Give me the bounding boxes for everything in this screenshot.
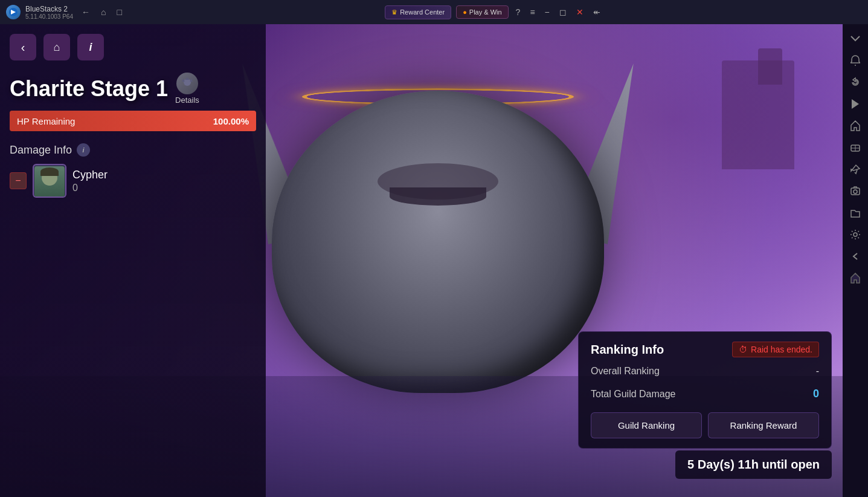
ranking-panel-title: Ranking Info (591, 343, 664, 357)
restore-icon[interactable]: ◻ (557, 6, 569, 18)
timer-banner: 5 Day(s) 11h until open (675, 450, 832, 479)
sidebar-notification-icon[interactable] (846, 51, 865, 70)
overall-ranking-row: Overall Ranking - (591, 366, 819, 382)
sidebar-play-icon[interactable] (846, 94, 865, 114)
timer-text: 5 Day(s) 11h until open (687, 458, 820, 471)
back-arrow-icon: ‹ (21, 41, 25, 54)
remove-player-button[interactable]: − (10, 172, 27, 189)
overall-ranking-label: Overall Ranking (591, 366, 660, 377)
details-icon (176, 73, 198, 94)
top-navigation: ‹ ⌂ i (10, 34, 256, 60)
player-info: Cypher 0 (72, 169, 256, 193)
sidebar-home-icon[interactable] (846, 116, 865, 135)
raid-ended-badge: ⏱ Raid has ended. (732, 342, 819, 357)
bluestacks-topbar: BlueStacks 2 5.11.40.1003 P64 ← ⌂ □ ♛ Re… (0, 0, 868, 24)
damage-info-title: Damage Info (10, 144, 72, 157)
left-panel: ‹ ⌂ i Charite Stage 1 De (0, 24, 266, 497)
bs-left-section: BlueStacks 2 5.11.40.1003 P64 ← ⌂ □ (6, 5, 126, 20)
hp-bar: HP Remaining 100.00% (10, 111, 256, 131)
windows-nav-button[interactable]: □ (113, 6, 125, 18)
player-row: − Cypher 0 (10, 164, 256, 198)
sidebar-airplane-icon[interactable] (846, 160, 865, 179)
damage-info-icon[interactable]: i (77, 143, 90, 157)
crown-icon: ♛ (391, 8, 397, 16)
svg-point-12 (854, 233, 857, 236)
back-icon[interactable]: ↞ (591, 6, 603, 18)
player-name: Cypher (72, 169, 256, 181)
ranking-buttons: Guild Ranking Ranking Reward (591, 412, 819, 438)
stage-title-row: Charite Stage 1 Details (10, 73, 256, 105)
app-name: BlueStacks 2 5.11.40.1003 P64 (25, 5, 73, 20)
home-nav-button[interactable]: ⌂ (97, 6, 109, 18)
info-button[interactable]: i (77, 34, 104, 60)
sidebar-folder-icon[interactable] (846, 203, 865, 223)
home-icon: ⌂ (54, 41, 60, 54)
player-damage: 0 (72, 183, 256, 193)
total-guild-damage-label: Total Guild Damage (591, 389, 676, 400)
right-sidebar (843, 24, 868, 497)
coin-icon: ● (463, 8, 467, 16)
reward-center-button[interactable]: ♛ Reward Center (385, 5, 451, 19)
bs-center-section: ♛ Reward Center ● Play & Win ? ≡ − ◻ ✕ ↞ (385, 5, 603, 19)
ranking-header: Ranking Info ⏱ Raid has ended. (591, 342, 819, 357)
raid-ended-text: Raid has ended. (751, 345, 812, 354)
raid-timer-icon: ⏱ (739, 345, 747, 354)
minimize-icon[interactable]: − (542, 6, 552, 18)
stage-section: Charite Stage 1 Details HP Remaining 100 (10, 73, 256, 131)
svg-marker-3 (185, 77, 190, 80)
stage-title: Charite Stage 1 (10, 76, 168, 102)
damage-info-header: Damage Info i (10, 143, 256, 157)
details-button[interactable]: Details (175, 73, 199, 105)
ranking-reward-button[interactable]: Ranking Reward (708, 412, 819, 438)
back-button[interactable]: ‹ (10, 34, 36, 60)
boss-body (272, 91, 604, 393)
sidebar-expand-icon[interactable] (846, 29, 865, 48)
close-icon[interactable]: ✕ (574, 6, 586, 18)
sidebar-game-icon[interactable] (846, 138, 865, 157)
minus-icon: − (15, 175, 21, 186)
menu-icon[interactable]: ≡ (527, 6, 537, 18)
back-nav-button[interactable]: ← (78, 6, 94, 18)
window-nav-buttons: ← ⌂ □ (78, 6, 126, 18)
bluestacks-logo (6, 5, 21, 19)
info-circle-icon: i (89, 41, 92, 54)
help-icon[interactable]: ? (513, 6, 523, 18)
details-label: Details (175, 96, 199, 105)
sidebar-settings-icon[interactable] (846, 225, 865, 244)
player-avatar (33, 164, 66, 198)
guild-ranking-button[interactable]: Guild Ranking (591, 412, 702, 438)
total-guild-damage-value: 0 (813, 388, 819, 400)
sidebar-arrow-left-icon[interactable] (846, 247, 865, 266)
ranking-panel: Ranking Info ⏱ Raid has ended. Overall R… (578, 331, 832, 449)
hp-label: HP Remaining (17, 116, 213, 126)
play-win-button[interactable]: ● Play & Win (456, 5, 508, 19)
home-button[interactable]: ⌂ (43, 34, 70, 60)
sidebar-bottom-home-icon[interactable] (846, 268, 865, 288)
total-guild-damage-row: Total Guild Damage 0 (591, 388, 819, 405)
damage-info-section: Damage Info i − Cypher 0 (10, 143, 256, 198)
sidebar-screenshot-icon[interactable] (846, 181, 865, 201)
svg-marker-6 (852, 99, 859, 109)
svg-point-11 (854, 190, 857, 193)
sidebar-rotate-icon[interactable] (846, 73, 865, 92)
hp-value: 100.00% (213, 116, 249, 126)
overall-ranking-value: - (816, 366, 819, 377)
